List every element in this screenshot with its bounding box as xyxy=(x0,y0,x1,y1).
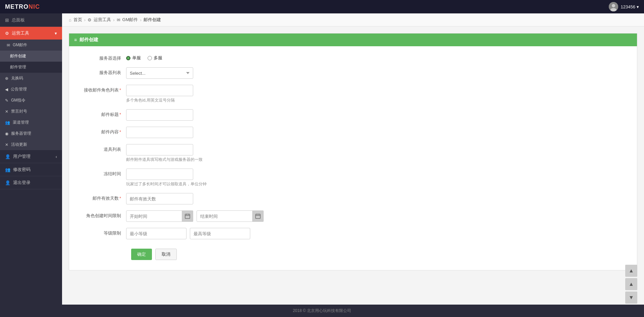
sidebar-activity-update[interactable]: ✕ 活动更新 xyxy=(0,139,62,150)
form-card-header: ≡ 邮件创建 xyxy=(69,34,637,46)
operations-chevron: ▾ xyxy=(55,31,57,36)
radio-multi-input[interactable] xyxy=(148,56,152,60)
level-limit-row: 等级限制 xyxy=(79,228,627,239)
mail-content-label: 邮件内容 xyxy=(79,127,126,135)
sidebar-gm-mail-title[interactable]: ✉ GM邮件 xyxy=(0,40,62,51)
logo-nic: NIC xyxy=(29,3,40,10)
item-hint: 邮件附件道具填写格式与游戏服务器的一致 xyxy=(126,157,627,163)
scroll-down-button[interactable]: ▼ xyxy=(625,292,637,304)
dashboard-icon: ⊞ xyxy=(5,17,9,23)
recipient-label: 接收邮件角色列表 xyxy=(79,85,126,93)
radio-multi[interactable]: 多服 xyxy=(148,55,162,61)
sidebar-ban[interactable]: ✕ 禁言封号 xyxy=(0,106,62,117)
sidebar-change-pwd[interactable]: 👥 修改密码 xyxy=(0,163,62,176)
sidebar-announce[interactable]: ◀ 公告管理 xyxy=(0,84,62,95)
role-time-row: 角色创建时间限制 xyxy=(79,210,627,222)
announce-icon: ◀ xyxy=(5,87,8,92)
user-mgmt-label: 用户管理 xyxy=(13,153,31,160)
freeze-time-input[interactable] xyxy=(126,169,193,180)
change-pwd-icon: 👥 xyxy=(5,167,10,172)
breadcrumb-sep1: › xyxy=(84,17,86,22)
start-date-calendar-icon[interactable] xyxy=(182,210,193,222)
confirm-button[interactable]: 确定 xyxy=(131,249,152,260)
home-icon: ⌂ xyxy=(69,17,71,22)
recipient-row: 接收邮件角色列表 多个角色id,用英文逗号分隔 xyxy=(79,85,627,103)
ban-icon: ✕ xyxy=(5,109,8,114)
form-header-icon: ≡ xyxy=(74,37,77,43)
item-list-label: 道具列表 xyxy=(79,144,126,152)
main-content: ⌂ 首页 › ⚙ 运营工具 › ✉ GM邮件 › 邮件创建 ≡ 邮件创建 服务器… xyxy=(62,13,644,305)
min-level-input[interactable] xyxy=(126,228,186,239)
sidebar-logout[interactable]: 👤 退出登录 xyxy=(0,176,62,189)
gm-cmd-label: GM指令 xyxy=(11,98,25,103)
sidebar-gm-mail-group: ✉ GM邮件 邮件创建 邮件管理 xyxy=(0,40,62,73)
end-date-calendar-icon[interactable] xyxy=(252,210,264,222)
form-card-body: 服务器选择 单服 多服 xyxy=(69,46,637,270)
dropdown-icon: ▾ xyxy=(637,4,639,9)
operations-label: 运营工具 xyxy=(12,30,29,36)
user-mgmt-icon: 👤 xyxy=(5,154,10,159)
validity-input[interactable] xyxy=(126,193,193,204)
freeze-time-row: 冻结时间 玩家过了多长时间才可以领取道具，单位分钟 xyxy=(79,169,627,187)
server-select-label: 服务器选择 xyxy=(79,53,126,61)
gm-mail-label: GM邮件 xyxy=(13,42,27,48)
mail-subject-input[interactable] xyxy=(126,109,193,121)
end-date-wrap xyxy=(197,210,264,222)
mail-content-controls xyxy=(126,127,627,138)
sidebar-gm-cmd[interactable]: ✎ GM指令 xyxy=(0,95,62,106)
logo: METRONIC xyxy=(5,3,40,10)
username-label: 123456 xyxy=(621,4,635,9)
date-row xyxy=(126,210,627,222)
sidebar-item-mail-create[interactable]: 邮件创建 xyxy=(0,51,62,62)
breadcrumb-sep3: › xyxy=(140,17,142,22)
sidebar: ⊞ 总面板 ⚙ 运营工具 ▾ ✉ GM邮件 邮件创建 邮件管理 xyxy=(0,13,62,305)
breadcrumb-operations[interactable]: 运营工具 xyxy=(94,17,111,23)
breadcrumb-sep2: › xyxy=(113,17,114,22)
user-area[interactable]: 123456 ▾ xyxy=(609,2,639,11)
sidebar-operations-group[interactable]: ⚙ 运营工具 ▾ xyxy=(0,27,62,40)
breadcrumb-gm-mail[interactable]: GM邮件 xyxy=(122,17,138,23)
layout: ⊞ 总面板 ⚙ 运营工具 ▾ ✉ GM邮件 邮件创建 邮件管理 xyxy=(0,13,644,305)
item-list-input[interactable] xyxy=(126,144,193,155)
form-title: 邮件创建 xyxy=(79,37,98,43)
sidebar-item-mail-manage[interactable]: 邮件管理 xyxy=(0,62,62,73)
radio-single[interactable]: 单服 xyxy=(126,55,141,61)
logo-metro: METRO xyxy=(5,3,29,10)
activity-label: 活动更新 xyxy=(11,142,27,147)
server-select-controls: 单服 多服 xyxy=(126,53,627,61)
footer: 2018 © 北京用心玩科技有限公司 xyxy=(0,305,644,317)
breadcrumb-home[interactable]: 首页 xyxy=(73,17,82,23)
max-level-input[interactable] xyxy=(190,228,250,239)
sidebar-channel-mgmt[interactable]: 👥 渠道管理 xyxy=(0,117,62,128)
sidebar-redeem[interactable]: ⊕ 兑换码 xyxy=(0,73,62,84)
mail-subject-controls xyxy=(126,109,627,121)
start-date-wrap xyxy=(126,210,193,222)
gm-mail-bc-icon: ✉ xyxy=(117,17,120,22)
server-list-row: 服务器列表 Select... xyxy=(79,67,627,79)
server-radio-group: 单服 多服 xyxy=(126,53,627,61)
mail-content-input[interactable] xyxy=(126,127,193,138)
scroll-up-button[interactable]: ▲ xyxy=(625,278,637,290)
server-mgmt-label: 服务器管理 xyxy=(11,131,31,136)
mail-content-row: 邮件内容 xyxy=(79,127,627,138)
redeem-icon: ⊕ xyxy=(5,76,8,81)
dashboard-label: 总面板 xyxy=(12,17,25,23)
sidebar-user-mgmt[interactable]: 👤 用户管理 ‹ xyxy=(0,150,62,163)
scroll-top-button[interactable]: ▲ xyxy=(625,265,637,277)
sidebar-dashboard[interactable]: ⊞ 总面板 xyxy=(0,13,62,27)
server-list-label: 服务器列表 xyxy=(79,67,126,76)
top-navbar: METRONIC 123456 ▾ xyxy=(0,0,644,13)
recipient-input[interactable] xyxy=(126,85,193,96)
server-list-select[interactable]: Select... xyxy=(126,67,193,79)
gm-cmd-icon: ✎ xyxy=(5,98,8,103)
role-time-label: 角色创建时间限制 xyxy=(79,210,126,219)
radio-single-label: 单服 xyxy=(132,55,141,61)
radio-single-input[interactable] xyxy=(126,56,130,60)
sidebar-server-mgmt[interactable]: ◉ 服务器管理 xyxy=(0,128,62,139)
recipient-controls: 多个角色id,用英文逗号分隔 xyxy=(126,85,627,103)
server-mgmt-icon: ◉ xyxy=(5,131,8,136)
svg-rect-7 xyxy=(256,214,260,218)
cancel-button[interactable]: 取消 xyxy=(155,249,177,260)
announce-label: 公告管理 xyxy=(11,86,27,92)
role-time-controls xyxy=(126,210,627,222)
